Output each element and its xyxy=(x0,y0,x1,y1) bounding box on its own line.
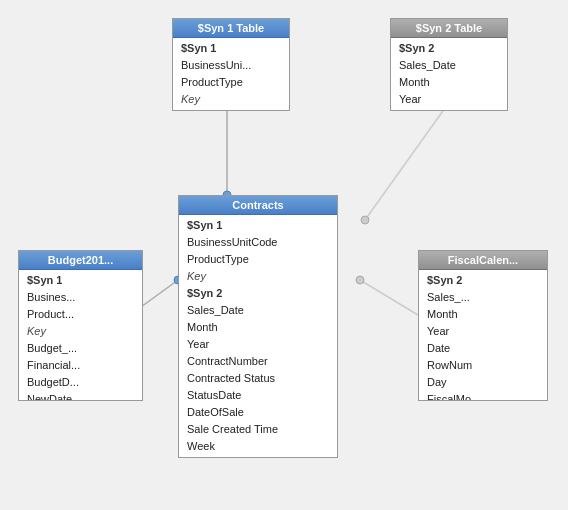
svg-line-2 xyxy=(365,108,445,220)
field-row: StatusDate xyxy=(179,387,337,404)
field-row: Day xyxy=(419,374,547,391)
budget-table: Budget201... $Syn 1 Busines... Product..… xyxy=(18,250,143,401)
field-row: Month xyxy=(419,306,547,323)
svg-point-7 xyxy=(356,276,364,284)
field-row: $Syn 1 xyxy=(173,40,289,57)
field-row: BusinessUnitCode xyxy=(179,234,337,251)
fiscalcal-body[interactable]: $Syn 2 Sales_... Month Year Date RowNum … xyxy=(419,270,547,400)
ssyn1-table: $Syn 1 Table $Syn 1 BusinessUni... Produ… xyxy=(172,18,290,111)
field-row: Budget_... xyxy=(19,340,142,357)
fiscalcal-header: FiscalCalen... xyxy=(419,251,547,270)
field-row: Month xyxy=(391,74,507,91)
field-row: Month xyxy=(179,319,337,336)
field-row: BusinessUni... xyxy=(173,57,289,74)
budget-header: Budget201... xyxy=(19,251,142,270)
field-row: Key xyxy=(179,268,337,285)
field-row: ProductType xyxy=(173,74,289,91)
fiscalcal-table: FiscalCalen... $Syn 2 Sales_... Month Ye… xyxy=(418,250,548,401)
ssyn2-body: $Syn 2 Sales_Date Month Year xyxy=(391,38,507,110)
ssyn2-table: $Syn 2 Table $Syn 2 Sales_Date Month Yea… xyxy=(390,18,508,111)
field-row: $Syn 1 xyxy=(19,272,142,289)
field-row: FiscalMo... xyxy=(419,391,547,400)
field-row: Sales_Date xyxy=(391,57,507,74)
field-row: $Syn 1 xyxy=(179,217,337,234)
field-row: Financial... xyxy=(19,357,142,374)
field-row: $Syn 2 xyxy=(391,40,507,57)
ssyn1-body: $Syn 1 BusinessUni... ProductType Key xyxy=(173,38,289,110)
ssyn1-header: $Syn 1 Table xyxy=(173,19,289,38)
sale-created-time-field: Sale Created Time xyxy=(179,421,337,438)
contracts-header: Contracts xyxy=(179,196,337,215)
field-row: Week xyxy=(179,438,337,455)
field-row: Key xyxy=(19,323,142,340)
field-row: Sales_Date xyxy=(179,302,337,319)
field-row: Sales_... xyxy=(419,289,547,306)
field-row: BudgetD... xyxy=(19,374,142,391)
contracted-status-field: Contracted Status xyxy=(179,370,337,387)
svg-line-6 xyxy=(360,280,418,315)
field-row: ContractNumber xyxy=(179,353,337,370)
field-row: Year xyxy=(179,336,337,353)
field-row: Date xyxy=(419,340,547,357)
field-row: RowNum xyxy=(419,357,547,374)
field-row: $Syn 2 xyxy=(419,272,547,289)
field-row: Key xyxy=(173,91,289,108)
ssyn2-header: $Syn 2 Table xyxy=(391,19,507,38)
field-row: DateOfSale xyxy=(179,404,337,421)
contracts-body: $Syn 1 BusinessUnitCode ProductType Key … xyxy=(179,215,337,457)
svg-point-3 xyxy=(361,216,369,224)
field-row: Product... xyxy=(19,306,142,323)
field-row: Busines... xyxy=(19,289,142,306)
field-row: Year xyxy=(419,323,547,340)
field-row: ProductType xyxy=(179,251,337,268)
field-row: $Syn 2 xyxy=(179,285,337,302)
budget-body[interactable]: $Syn 1 Busines... Product... Key Budget_… xyxy=(19,270,142,400)
field-row: Year xyxy=(391,91,507,108)
contracts-table: Contracts $Syn 1 BusinessUnitCode Produc… xyxy=(178,195,338,458)
field-row: NewDate xyxy=(19,391,142,400)
